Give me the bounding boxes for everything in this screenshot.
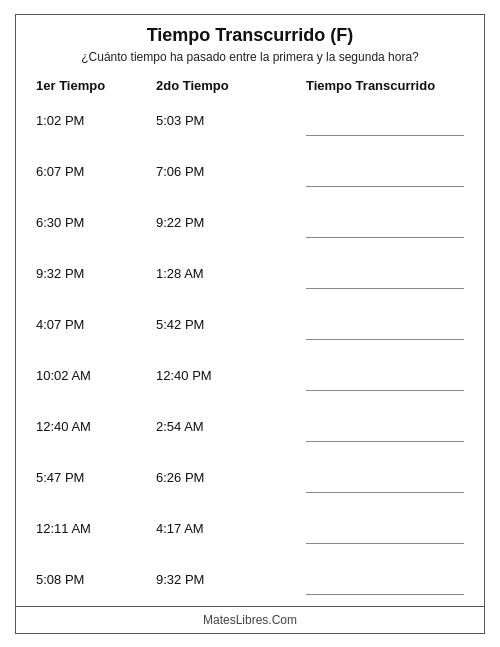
answer-line [306,390,464,391]
table-row: 1:02 PM5:03 PM [36,95,464,146]
time2-cell: 9:22 PM [156,215,276,230]
time1-cell: 12:11 AM [36,521,156,536]
answer-line [306,135,464,136]
time1-cell: 4:07 PM [36,317,156,332]
col-header-1: 1er Tiempo [36,78,156,93]
answer-line [306,492,464,493]
answer-line [306,237,464,238]
table-row: 6:07 PM7:06 PM [36,146,464,197]
table-row: 12:40 AM2:54 AM [36,401,464,452]
table-row: 5:47 PM6:26 PM [36,452,464,503]
answer-line [306,594,464,595]
time2-cell: 12:40 PM [156,368,276,383]
time2-cell: 4:17 AM [156,521,276,536]
time2-cell: 9:32 PM [156,572,276,587]
table-row: 4:07 PM5:42 PM [36,299,464,350]
time1-cell: 5:47 PM [36,470,156,485]
answer-line [306,543,464,544]
page-title: Tiempo Transcurrido (F) [26,25,474,46]
time2-cell: 6:26 PM [156,470,276,485]
table-row: 9:32 PM1:28 AM [36,248,464,299]
time2-cell: 2:54 AM [156,419,276,434]
answer-line [306,441,464,442]
time1-cell: 12:40 AM [36,419,156,434]
time1-cell: 9:32 PM [36,266,156,281]
table-row: 6:30 PM9:22 PM [36,197,464,248]
time2-cell: 5:03 PM [156,113,276,128]
answer-line [306,288,464,289]
table-row: 10:02 AM12:40 PM [36,350,464,401]
time2-cell: 7:06 PM [156,164,276,179]
table-row: 12:11 AM4:17 AM [36,503,464,554]
time2-cell: 5:42 PM [156,317,276,332]
footer: MatesLibres.Com [16,606,484,633]
columns-header: 1er Tiempo 2do Tiempo Tiempo Transcurrid… [16,72,484,95]
time2-cell: 1:28 AM [156,266,276,281]
time1-cell: 6:07 PM [36,164,156,179]
col-header-3: Tiempo Transcurrido [276,78,464,93]
header: Tiempo Transcurrido (F) ¿Cuánto tiempo h… [16,15,484,68]
answer-line [306,339,464,340]
rows-container: 1:02 PM5:03 PM6:07 PM7:06 PM6:30 PM9:22 … [16,95,484,606]
page-wrapper: Tiempo Transcurrido (F) ¿Cuánto tiempo h… [15,14,485,634]
page-subtitle: ¿Cuánto tiempo ha pasado entre la primer… [26,50,474,64]
time1-cell: 6:30 PM [36,215,156,230]
answer-line [306,186,464,187]
time1-cell: 10:02 AM [36,368,156,383]
time1-cell: 5:08 PM [36,572,156,587]
time1-cell: 1:02 PM [36,113,156,128]
col-header-2: 2do Tiempo [156,78,276,93]
table-row: 5:08 PM9:32 PM [36,554,464,605]
